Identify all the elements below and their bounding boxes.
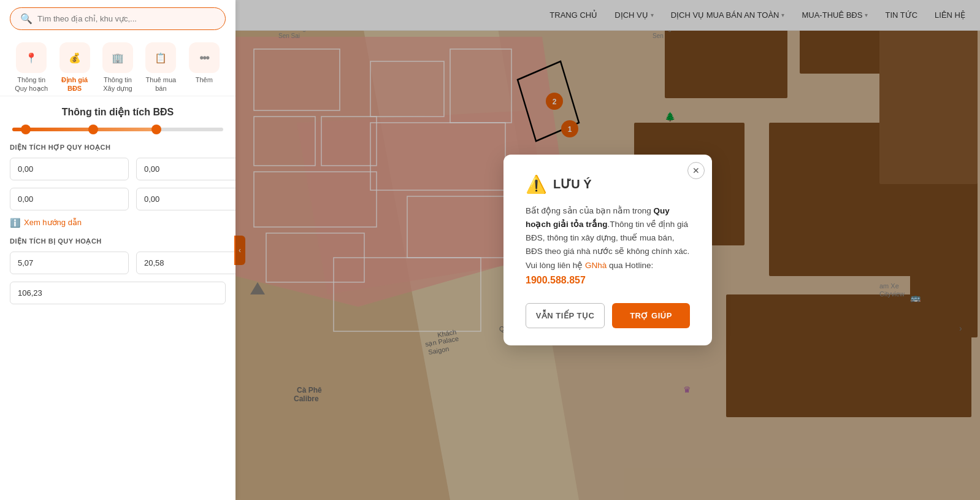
thong-tin-xay-dung-icon: 🏢 bbox=[112, 52, 124, 64]
warning-icon: ⚠️ bbox=[526, 174, 547, 194]
modal-continue-button[interactable]: VẪN TIẾP TỤC bbox=[526, 303, 605, 328]
dinh-gia-bds-icon-wrap: 💰 bbox=[59, 42, 90, 73]
search-input-wrap[interactable]: 🔍 bbox=[10, 7, 226, 30]
them-label: Thêm bbox=[196, 75, 213, 84]
modal-body-part3: qua Hotline: bbox=[607, 261, 653, 270]
them-icon-wrap: ••• bbox=[189, 42, 220, 73]
help-link-text: Xem hướng dẫn bbox=[24, 218, 82, 227]
action-dinh-gia-bds[interactable]: 💰 Định giáBĐS bbox=[56, 42, 93, 93]
modal-title: LƯU Ý bbox=[553, 177, 592, 191]
modal-dialog: ✕ ⚠️ LƯU Ý Bất động sản của bạn nằm tron… bbox=[503, 155, 712, 346]
map-area[interactable]: 2 1 Hoang Long Hotel Sân Đồng Sen Sai Sâ… bbox=[235, 0, 980, 500]
search-icon: 🔍 bbox=[20, 13, 33, 25]
modal-body-part1: Bất động sản của bạn nằm trong bbox=[526, 206, 654, 215]
them-icon: ••• bbox=[199, 51, 209, 65]
input-row-3 bbox=[10, 252, 226, 274]
dinh-gia-bds-icon: 💰 bbox=[69, 52, 81, 64]
thue-mua-ban-label: Thuê muabán bbox=[146, 75, 177, 93]
modal-title-row: ⚠️ LƯU Ý bbox=[526, 174, 690, 194]
input-hop-quy-hoach-3[interactable] bbox=[10, 188, 129, 210]
slider-track bbox=[12, 128, 223, 131]
thong-tin-quy-hoach-icon: 📍 bbox=[25, 52, 37, 64]
action-thong-tin-quy-hoach[interactable]: 📍 Thông tinQuy hoạch bbox=[13, 42, 50, 93]
left-panel: 🔍 📍 Thông tinQuy hoạch 💰 Định giáBĐS 🏢 T… bbox=[0, 0, 235, 500]
action-them[interactable]: ••• Thêm bbox=[186, 42, 223, 93]
slider-fill bbox=[12, 128, 156, 131]
modal-close-button[interactable]: ✕ bbox=[687, 162, 705, 179]
input-hop-quy-hoach-2[interactable] bbox=[136, 158, 235, 180]
slider-wrap[interactable] bbox=[10, 128, 226, 131]
thong-tin-quy-hoach-label: Thông tinQuy hoạch bbox=[15, 75, 48, 93]
input-bi-quy-hoach-2[interactable] bbox=[136, 252, 235, 274]
panel-content: Thông tin diện tích BĐS DIỆN TÍCH HỢP QU… bbox=[0, 96, 235, 500]
slider-thumb-left[interactable] bbox=[21, 125, 31, 134]
input-bi-quy-hoach-1[interactable] bbox=[10, 252, 129, 274]
modal-body: Bất động sản của bạn nằm trong Quy hoạch… bbox=[526, 204, 690, 289]
sub-label-hop-quy-hoach: DIỆN TÍCH HỢP QUY HOẠCH bbox=[10, 144, 226, 152]
help-link[interactable]: ℹ️ Xem hướng dẫn bbox=[10, 218, 226, 228]
thue-mua-ban-icon-wrap: 📋 bbox=[145, 42, 176, 73]
thue-mua-ban-icon: 📋 bbox=[155, 52, 167, 64]
dinh-gia-bds-label: Định giáBĐS bbox=[61, 75, 88, 93]
input-row-4 bbox=[10, 282, 226, 304]
modal-help-button[interactable]: TRỢ GIÚP bbox=[612, 303, 690, 328]
input-hop-quy-hoach-4[interactable] bbox=[136, 188, 235, 210]
sub-label-bi-quy-hoach: DIỆN TÍCH BỊ QUY HOẠCH bbox=[10, 237, 226, 245]
search-bar: 🔍 bbox=[0, 0, 235, 37]
action-thong-tin-xay-dung[interactable]: 🏢 Thông tinXây dựng bbox=[99, 42, 136, 93]
action-thue-mua-ban[interactable]: 📋 Thuê muabán bbox=[142, 42, 179, 93]
input-hop-quy-hoach-1[interactable] bbox=[10, 158, 129, 180]
search-input[interactable] bbox=[37, 14, 215, 23]
input-row-1 bbox=[10, 158, 226, 180]
thong-tin-xay-dung-label: Thông tinXây dựng bbox=[103, 75, 132, 93]
modal-overlay: ✕ ⚠️ LƯU Ý Bất động sản của bạn nằm tron… bbox=[235, 0, 980, 500]
modal-hotline: 1900.588.857 bbox=[526, 275, 586, 285]
quick-actions: 📍 Thông tinQuy hoạch 💰 Định giáBĐS 🏢 Thô… bbox=[0, 37, 235, 96]
thong-tin-xay-dung-icon-wrap: 🏢 bbox=[102, 42, 133, 73]
slider-thumb-mid[interactable] bbox=[88, 125, 98, 134]
section-title: Thông tin diện tích BĐS bbox=[10, 106, 226, 118]
input-row-2 bbox=[10, 188, 226, 210]
modal-body-gnha: GNhà bbox=[585, 261, 607, 270]
thong-tin-quy-hoach-icon-wrap: 📍 bbox=[16, 42, 47, 73]
input-bi-quy-hoach-3[interactable] bbox=[10, 282, 226, 304]
slider-thumb-right[interactable] bbox=[151, 125, 161, 134]
help-icon: ℹ️ bbox=[10, 218, 20, 228]
modal-buttons: VẪN TIẾP TỤC TRỢ GIÚP bbox=[526, 303, 690, 328]
